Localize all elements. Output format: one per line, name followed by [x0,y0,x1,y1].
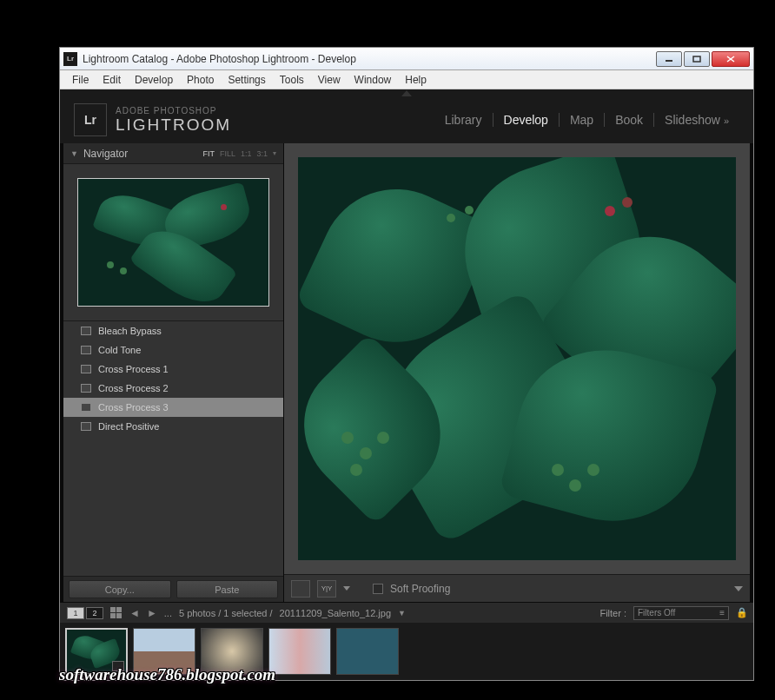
before-after-icons: Y|Y [317,580,336,598]
navigator-preview[interactable] [63,164,283,320]
main-image-viewer[interactable] [298,157,736,560]
preset-icon [81,403,91,412]
minimize-button[interactable] [656,51,682,67]
preset-icon [81,346,91,354]
soft-proofing-label: Soft Proofing [390,583,450,595]
center-panel: Y|Y Soft Proofing [284,143,750,602]
toolbar-expand-icon[interactable] [734,586,743,591]
window-controls [656,51,750,67]
prev-photo-icon[interactable]: ◄ [129,607,140,619]
before-after-lr-icon[interactable]: Y|Y [317,580,336,598]
copy-button[interactable]: Copy... [69,580,171,598]
triangle-down-icon: ▼ [70,149,78,158]
app-window: Lr Lightroom Catalog - Adobe Photoshop L… [59,47,754,681]
close-button[interactable] [712,51,750,67]
menu-tools[interactable]: Tools [273,72,311,88]
preset-icon [81,365,91,373]
zoom-1to1[interactable]: 1:1 [241,149,252,158]
preset-icon [81,422,91,431]
develop-toolbar: Y|Y Soft Proofing [284,574,750,602]
menu-edit[interactable]: Edit [96,72,128,88]
chevron-right-icon: » [724,116,729,126]
navigator-title: Navigator [83,148,128,160]
zoom-fill[interactable]: FILL [220,149,235,158]
app-icon: Lr [63,52,77,66]
soft-proofing-checkbox[interactable] [373,584,383,594]
view-options-dropdown-icon[interactable] [343,586,350,591]
app-body: Lr ADOBE PHOTOSHOP LIGHTROOM Library Dev… [60,89,753,680]
current-filename: 20111209_Salento_12.jpg [280,608,391,618]
loupe-view-icon[interactable] [291,580,310,598]
preset-list: Bleach Bypass Cold Tone Cross Process 1 … [63,320,283,576]
filter-label: Filter : [599,608,626,618]
brand-line1: ADOBE PHOTOSHOP [116,106,231,116]
menu-help[interactable]: Help [398,72,434,88]
module-picker: Library Develop Map Book Slideshow» [434,113,739,127]
display-1-button[interactable]: 1 [67,607,84,619]
preset-item[interactable]: Bleach Bypass [63,321,283,340]
preset-item[interactable]: Cold Tone [63,340,283,360]
zoom-3to1[interactable]: 3:1 [256,149,268,158]
preset-item[interactable]: Cross Process 2 [63,379,283,398]
titlebar[interactable]: Lr Lightroom Catalog - Adobe Photoshop L… [60,48,753,70]
breadcrumb-dropdown-icon[interactable]: ▼ [398,609,406,617]
filter-lock-icon[interactable]: 🔒 [736,607,746,619]
preset-item[interactable]: Cross Process 1 [63,360,283,379]
module-library[interactable]: Library [434,113,493,127]
menu-window[interactable]: Window [348,72,399,88]
preset-item[interactable]: Direct Positive [63,417,283,436]
photo-count-text: 5 photos / 1 selected / [179,608,273,618]
right-panel-toggle[interactable] [750,143,753,602]
content-row: ▼ Navigator FIT FILL 1:1 3:1 ▾ [60,143,753,602]
watermark-text: softwarehouse786.blogspot.com [59,665,275,684]
menu-photo[interactable]: Photo [180,72,221,88]
filter-select[interactable]: Filters Off≡ [633,606,729,620]
preset-icon [81,384,91,393]
navigator-image[interactable] [77,178,269,307]
display-2-button[interactable]: 2 [86,607,103,619]
preset-icon [81,327,91,335]
left-panel: ▼ Navigator FIT FILL 1:1 3:1 ▾ [63,143,284,602]
zoom-dropdown-icon[interactable]: ▾ [273,149,276,158]
branding-text: ADOBE PHOTOSHOP LIGHTROOM [116,106,231,135]
thumbnail[interactable] [268,628,331,675]
menubar: File Edit Develop Photo Settings Tools V… [60,70,753,89]
filmstrip-header: 1 2 ◄ ► ... 5 photos / 1 selected / 2011… [60,602,753,623]
thumbnail[interactable] [336,628,399,675]
module-book[interactable]: Book [605,113,654,127]
window-title: Lightroom Catalog - Adobe Photoshop Ligh… [83,53,656,65]
menu-settings[interactable]: Settings [221,72,272,88]
menu-file[interactable]: File [65,72,96,88]
menu-view[interactable]: View [311,72,348,88]
copy-paste-bar: Copy... Paste [63,576,283,602]
navigator-header[interactable]: ▼ Navigator FIT FILL 1:1 3:1 ▾ [63,143,283,164]
identity-plate-row: Lr ADOBE PHOTOSHOP LIGHTROOM Library Dev… [60,96,753,143]
grid-view-icon[interactable] [110,607,123,619]
maximize-button[interactable] [684,51,710,67]
navigator-zoom-options: FIT FILL 1:1 3:1 ▾ [202,149,276,158]
identity-logo: Lr [74,103,107,136]
secondary-display-picker: 1 2 [67,607,103,619]
brand-line2: LIGHTROOM [116,116,231,135]
breadcrumb-dots[interactable]: ... [164,608,172,618]
next-photo-icon[interactable]: ► [147,607,157,619]
zoom-fit[interactable]: FIT [202,149,215,158]
svg-rect-1 [693,56,700,62]
module-map[interactable]: Map [560,113,605,127]
preset-item-selected[interactable]: Cross Process 3 [63,398,283,417]
menu-develop[interactable]: Develop [128,72,180,88]
top-panel-toggle-icon[interactable] [401,90,412,96]
module-slideshow[interactable]: Slideshow» [654,113,739,127]
module-develop[interactable]: Develop [493,113,560,127]
paste-button[interactable]: Paste [176,580,279,598]
